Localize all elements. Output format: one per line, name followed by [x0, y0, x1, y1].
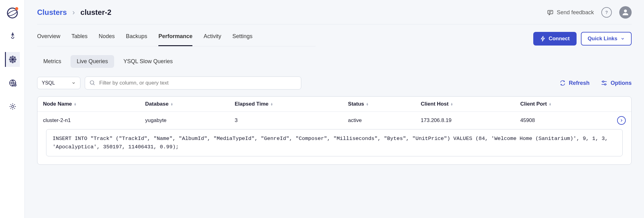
tab-overview[interactable]: Overview — [37, 31, 60, 46]
svg-point-10 — [10, 61, 11, 62]
col-status[interactable]: Status▲▼ — [342, 97, 415, 112]
svg-point-6 — [9, 59, 11, 60]
subtab-metrics[interactable]: Metrics — [37, 55, 67, 68]
sidebar — [0, 0, 25, 218]
feedback-icon — [547, 9, 554, 16]
table-row[interactable]: cluster-2-n1 yugabyte 3 active 173.206.8… — [37, 112, 631, 129]
cell-node: cluster-2-n1 — [37, 112, 140, 129]
sort-icon: ▲▼ — [270, 103, 273, 106]
options-button[interactable]: Options — [601, 80, 632, 86]
svg-point-4 — [12, 56, 13, 57]
svg-point-32 — [604, 84, 606, 85]
sidebar-item-settings[interactable] — [5, 99, 20, 114]
cell-client-host: 173.206.8.19 — [415, 112, 515, 129]
filter-input[interactable] — [99, 80, 297, 86]
sort-icon: ▲▼ — [366, 103, 369, 106]
svg-rect-23 — [548, 11, 553, 14]
tab-performance[interactable]: Performance — [158, 31, 192, 46]
svg-point-30 — [603, 81, 604, 82]
chevron-right-icon: › — [72, 8, 75, 17]
topbar: Clusters › cluster-2 Send feedback ? — [37, 6, 632, 24]
tab-settings[interactable]: Settings — [232, 31, 252, 46]
bolt-icon — [540, 36, 546, 41]
tab-nodes[interactable]: Nodes — [99, 31, 115, 46]
svg-point-9 — [14, 57, 15, 58]
sort-icon: ▲▼ — [450, 103, 453, 106]
col-client-host[interactable]: Client Host▲▼ — [415, 97, 515, 112]
col-node[interactable]: Node Name▲▼ — [37, 97, 140, 112]
cell-status: active — [342, 112, 415, 129]
logo[interactable] — [5, 5, 20, 20]
refresh-button[interactable]: Refresh — [560, 80, 590, 86]
col-database[interactable]: Database▲▼ — [140, 97, 229, 112]
svg-point-27 — [90, 81, 94, 85]
refresh-label: Refresh — [569, 80, 590, 86]
performance-subtabs: Metrics Live Queries YSQL Slow Queries — [37, 55, 632, 68]
search-icon — [89, 80, 96, 86]
api-select-value: YSQL — [42, 80, 55, 86]
chevron-right-icon — [620, 119, 623, 122]
quick-links-button[interactable]: Quick Links — [581, 32, 632, 46]
sort-icon: ▲▼ — [549, 103, 552, 106]
row-expand-button[interactable] — [617, 116, 626, 125]
col-client-port[interactable]: Client Port▲▼ — [515, 97, 612, 112]
queries-table-card: Node Name▲▼ Database▲▼ Elapsed Time▲▼ St… — [37, 96, 632, 165]
tab-activity[interactable]: Activity — [204, 31, 221, 46]
svg-line-28 — [93, 84, 95, 85]
svg-point-8 — [10, 57, 11, 58]
sliders-icon — [601, 80, 608, 86]
refresh-icon — [560, 80, 566, 86]
queries-table: Node Name▲▼ Database▲▼ Elapsed Time▲▼ St… — [37, 97, 631, 129]
breadcrumb-leaf: cluster-2 — [80, 8, 111, 17]
sidebar-item-getting-started[interactable] — [5, 28, 20, 43]
subtab-slow-queries[interactable]: YSQL Slow Queries — [117, 55, 179, 68]
col-elapsed[interactable]: Elapsed Time▲▼ — [229, 97, 342, 112]
svg-point-5 — [12, 62, 13, 63]
chevron-down-icon — [71, 81, 76, 85]
connect-button[interactable]: Connect — [533, 32, 577, 46]
chevron-down-icon — [620, 37, 625, 41]
cluster-tabs: Overview Tables Nodes Backups Performanc… — [37, 31, 316, 46]
connect-label: Connect — [549, 36, 570, 42]
quick-links-label: Quick Links — [588, 36, 617, 42]
svg-point-26 — [624, 10, 627, 12]
breadcrumb-root[interactable]: Clusters — [37, 8, 67, 17]
breadcrumb: Clusters › cluster-2 — [37, 8, 111, 17]
send-feedback-button[interactable]: Send feedback — [547, 9, 594, 16]
feedback-label: Send feedback — [557, 9, 594, 16]
svg-point-2 — [15, 7, 18, 10]
user-icon — [621, 8, 630, 17]
svg-point-22 — [12, 106, 14, 108]
question-icon: ? — [605, 10, 608, 15]
cell-database: yugabyte — [140, 112, 229, 129]
tab-tables[interactable]: Tables — [71, 31, 88, 46]
options-label: Options — [611, 80, 632, 86]
query-text: INSERT INTO "Track" ("TrackId", "Name", … — [46, 129, 623, 156]
subtab-live-queries[interactable]: Live Queries — [71, 55, 114, 68]
cell-elapsed: 3 — [229, 112, 342, 129]
sidebar-item-network[interactable] — [5, 76, 20, 90]
sort-icon: ▲▼ — [170, 103, 173, 106]
help-button[interactable]: ? — [601, 7, 612, 18]
tab-backups[interactable]: Backups — [126, 31, 147, 46]
user-avatar[interactable] — [619, 6, 632, 19]
api-select[interactable]: YSQL — [37, 77, 80, 89]
cell-client-port: 45908 — [515, 112, 612, 129]
svg-point-11 — [14, 61, 15, 62]
main-content: Clusters › cluster-2 Send feedback ? — [25, 0, 644, 218]
svg-point-7 — [15, 59, 16, 60]
sort-icon: ▲▼ — [74, 103, 77, 106]
filter-search[interactable] — [85, 76, 301, 89]
sidebar-item-clusters[interactable] — [5, 52, 20, 67]
